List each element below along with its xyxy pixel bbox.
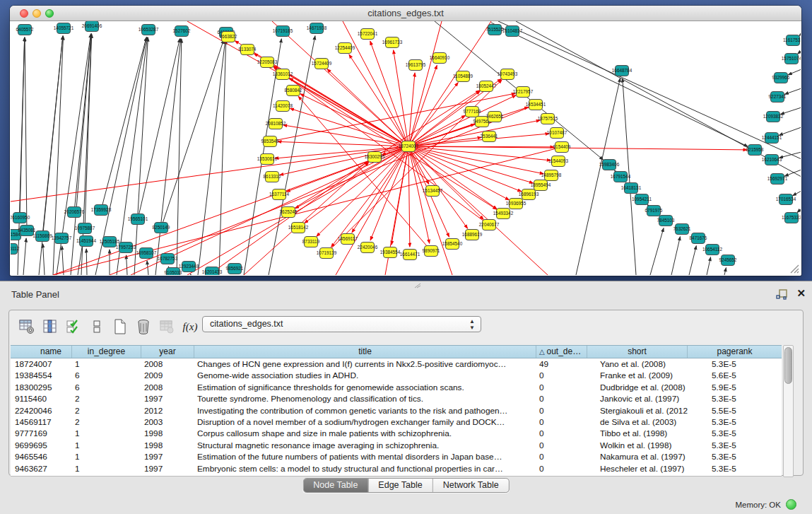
graph-node[interactable]: 19613795 [406,60,426,71]
table-body[interactable]: 1872400712008Changes of HCN gene express… [11,358,782,477]
graph-node[interactable]: 10653287 [139,25,159,35]
graph-edge[interactable] [414,146,747,150]
cell-short[interactable]: Nakamura et al. (1997) [587,451,688,462]
cell-short[interactable]: Jankovic et al. (1997) [587,393,688,404]
cell-in_degree[interactable]: 1 [72,451,141,462]
graph-node[interactable]: 9329966 [772,73,790,83]
cell-title[interactable]: Genome-wide association studies in ADHD. [194,370,536,381]
graph-edge[interactable] [177,39,182,275]
show-hide-columns-button[interactable] [40,316,61,337]
graph-node[interactable]: 16791544 [611,172,631,182]
cell-name[interactable]: 9777169 [11,428,72,439]
graph-edge[interactable] [798,51,801,54]
cell-in_degree[interactable]: 6 [72,370,141,381]
graph-node[interactable]: 14534451 [526,100,546,110]
row-height-button[interactable] [86,316,107,337]
table-row[interactable]: 969969511998Structural magnetic resonanc… [11,440,782,451]
cell-year[interactable]: 2008 [141,358,194,370]
delete-column-button[interactable] [133,316,154,337]
graph-node[interactable]: 12254409 [335,43,355,54]
cell-pagerank[interactable]: 5.3E-5 [688,358,782,370]
graph-edge[interactable] [43,244,45,275]
table-row[interactable]: 1938455462009Genome-wide association stu… [11,370,782,381]
scrollbar-thumb[interactable] [784,347,792,384]
column-header-title[interactable]: title [194,346,536,358]
cell-pagerank[interactable]: 5.3E-5 [688,416,782,428]
graph-edge[interactable] [793,191,801,196]
cell-out_degree[interactable]: 0 [536,428,587,439]
float-panel-icon[interactable] [776,288,788,300]
table-row[interactable]: 1830029562008Estimation of significance … [11,382,782,393]
cell-year[interactable]: 1997 [141,463,194,474]
column-header-in_degree[interactable]: in_degree [72,346,141,358]
graph-node[interactable]: 9853549 [261,136,279,147]
graph-edge[interactable] [784,88,801,94]
cell-in_degree[interactable]: 2 [72,393,141,404]
graph-node[interactable]: 15983406 [599,160,620,170]
graph-node[interactable]: 7845103 [657,216,675,226]
column-header-year[interactable]: year [141,346,194,358]
graph-edge[interactable] [139,39,180,214]
cell-year[interactable]: 1997 [141,393,194,404]
graph-edge[interactable] [498,21,801,159]
graph-node[interactable]: 11544093 [548,156,568,167]
panel-resize-grip[interactable] [414,283,421,288]
memory-status-indicator[interactable] [786,499,796,510]
network-graph-svg[interactable]: 6405572140557212069140610653287152760264… [11,21,801,275]
graph-node[interactable]: 19384554 [380,247,401,258]
cell-year[interactable]: 1997 [141,451,194,462]
cell-name[interactable]: 9699695 [11,440,72,451]
table-options-button[interactable] [16,316,37,337]
cell-out_degree[interactable]: 0 [536,405,587,416]
graph-edge[interactable] [155,39,181,275]
graph-edge[interactable] [650,228,664,275]
graph-edge[interactable] [25,37,27,225]
cell-short[interactable]: Yano et al. (2008) [587,358,688,370]
create-column-button[interactable] [110,316,131,337]
table-row[interactable]: 946362711997Embryonic stem cells: a mode… [11,463,782,474]
graph-node[interactable]: 6791975 [645,206,663,216]
graph-edge[interactable] [707,257,711,275]
graph-node[interactable]: 16614471 [400,250,420,260]
graph-edge[interactable] [414,148,534,183]
cell-in_degree[interactable]: 1 [72,428,141,439]
graph-node[interactable]: 14569117 [338,234,358,245]
column-header-name[interactable]: name [11,346,72,358]
graph-edge[interactable] [779,127,801,135]
graph-edge[interactable] [797,209,801,213]
graph-edge[interactable] [410,21,442,141]
cell-title[interactable]: Embryonic stem cells: a model to study s… [194,463,536,474]
network-window[interactable]: citations_edges.txt 64055721405572120691… [10,6,801,276]
cell-pagerank[interactable]: 5.9E-5 [688,382,782,393]
vertical-scrollbar[interactable] [783,345,794,477]
cell-out_degree[interactable]: 0 [536,393,587,404]
graph-node[interactable]: 16889619 [462,230,483,240]
graph-node[interactable]: 10954211 [632,194,652,205]
graph-node[interactable]: 8580842 [285,86,302,96]
cell-short[interactable]: Hescheler et al. (1997) [587,463,688,474]
graph-node[interactable]: 14895798 [541,170,562,181]
column-header-out_degree[interactable]: △ out_de… [536,346,587,358]
graph-node[interactable]: 16518142 [288,223,309,233]
table-row[interactable]: 1456911722003Disruption of a novel membe… [11,416,782,428]
column-header-short[interactable]: short [587,346,688,358]
cell-short[interactable]: Dudbridge et al. (2008) [587,382,688,393]
graph-node[interactable]: 8133074 [239,45,257,55]
graph-node[interactable]: 13530610 [257,154,278,165]
cell-pagerank[interactable]: 5.3E-5 [688,451,782,462]
graph-edge[interactable] [244,162,369,275]
graph-node[interactable]: 10107487 [547,128,567,139]
graph-node[interactable]: 15751074 [782,54,801,64]
cell-title[interactable]: Tourette syndrome. Phenomenology and cla… [194,393,536,404]
graph-node[interactable]: 19565101 [128,214,148,225]
table-row[interactable]: 1872400712008Changes of HCN gene express… [11,358,782,370]
cell-out_degree[interactable]: 0 [536,451,587,462]
tab-network-table[interactable]: Network Table [433,479,509,492]
cell-title[interactable]: Structural magnetic resonance image aver… [194,440,536,451]
graph-node[interactable]: 16782753 [158,254,178,264]
graph-node[interactable]: 15493342 [493,209,514,219]
graph-edge[interactable] [53,148,556,275]
cell-year[interactable]: 1998 [141,440,194,451]
graph-edge[interactable] [413,151,483,220]
graph-node[interactable]: 14671938 [307,23,327,34]
